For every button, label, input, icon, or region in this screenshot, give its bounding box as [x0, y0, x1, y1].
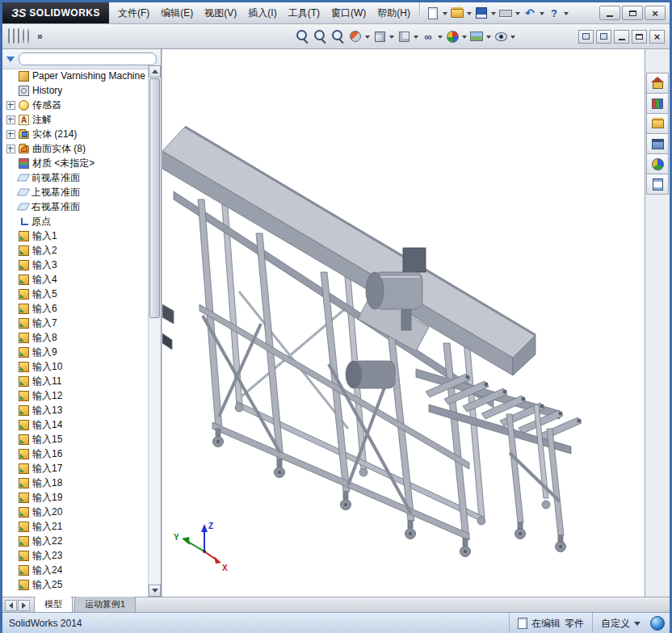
tree-item[interactable]: 输入2 — [2, 243, 149, 258]
filter-funnel-icon[interactable] — [6, 57, 15, 62]
tree-item[interactable]: 输入14 — [2, 417, 149, 432]
tree-item[interactable]: 曲面实体 (8) — [2, 141, 149, 156]
tree-item[interactable]: 输入23 — [2, 548, 149, 563]
view-settings-icon[interactable] — [493, 28, 509, 44]
tree-item[interactable]: 输入21 — [2, 519, 149, 534]
minimize-button[interactable] — [599, 6, 620, 20]
tree-item[interactable]: 输入12 — [2, 388, 149, 403]
new-document-icon[interactable] — [425, 5, 441, 21]
menu-item-6[interactable]: 窗口(W) — [326, 4, 372, 23]
menu-item-3[interactable]: 视图(V) — [199, 4, 242, 23]
addin-icon-2[interactable] — [13, 28, 15, 44]
tree-item[interactable]: 输入6 — [2, 301, 149, 316]
chevron-down-icon[interactable] — [490, 6, 497, 19]
hide-show-items-icon[interactable] — [420, 28, 436, 44]
tree-item[interactable]: 输入15 — [2, 432, 149, 446]
custom-properties-icon[interactable] — [646, 174, 669, 195]
tree-item[interactable]: 输入8 — [2, 330, 149, 345]
tree-item[interactable]: 原点 — [2, 214, 149, 228]
chevron-down-icon[interactable] — [364, 30, 371, 43]
section-view-icon[interactable] — [347, 28, 363, 44]
chevron-down-icon[interactable] — [466, 6, 472, 19]
tree-item[interactable]: 输入18 — [2, 476, 149, 490]
tree-item[interactable]: 输入13 — [2, 403, 149, 417]
zoom-in-out-icon[interactable] — [294, 28, 310, 44]
menu-item-2[interactable]: 编辑(E) — [155, 4, 199, 23]
display-style-icon[interactable] — [396, 28, 412, 44]
view-orientation-icon[interactable] — [372, 28, 388, 44]
menu-item-1[interactable]: 文件(F) — [112, 4, 155, 23]
tree-item[interactable]: 注解 — [2, 112, 149, 127]
chevron-down-icon[interactable] — [510, 30, 516, 43]
save-icon[interactable] — [473, 5, 489, 21]
tab-scroll-left-icon[interactable] — [5, 600, 17, 611]
doc-close-button[interactable] — [649, 30, 665, 44]
tree-item[interactable]: 上视基准面 — [2, 185, 149, 199]
apply-scene-icon[interactable] — [468, 28, 485, 44]
tree-item[interactable]: 输入9 — [2, 345, 149, 359]
tab-scroll-right-icon[interactable] — [18, 600, 30, 611]
menu-item-5[interactable]: 工具(T) — [283, 4, 326, 23]
addin-icon-5[interactable] — [27, 28, 29, 44]
tree-item[interactable]: 输入20 — [2, 505, 149, 519]
tree-item[interactable]: 输入24 — [2, 563, 149, 577]
addin-icon-4[interactable] — [23, 28, 24, 44]
appearances-scenes-icon[interactable] — [646, 153, 669, 174]
zoom-fit-icon[interactable] — [312, 28, 328, 44]
tree-item[interactable]: 传感器 — [2, 98, 149, 112]
chevron-down-icon[interactable] — [485, 30, 492, 43]
doc-restore-button[interactable] — [632, 30, 647, 44]
chevron-down-icon[interactable] — [461, 30, 468, 43]
tree-item[interactable]: 输入16 — [2, 446, 149, 461]
tab-motion-study-1[interactable]: 运动算例1 — [74, 596, 136, 612]
tree-item[interactable]: 输入4 — [2, 272, 149, 287]
chevron-down-icon[interactable] — [388, 30, 395, 43]
units-selector[interactable]: 自定义 — [592, 613, 649, 633]
addin-icon-1[interactable] — [8, 28, 10, 44]
close-button[interactable] — [645, 6, 666, 20]
addin-icon-3[interactable] — [18, 28, 19, 44]
tree-item[interactable]: 材质 <未指定> — [2, 156, 149, 170]
tree-item[interactable]: 实体 (214) — [2, 127, 149, 141]
undo-icon[interactable] — [522, 5, 538, 21]
tree-item[interactable]: 前视基准面 — [2, 170, 149, 185]
graphics-area[interactable]: Z Y X — [162, 49, 645, 597]
doc-minimize-button[interactable] — [614, 30, 629, 44]
chevron-down-icon[interactable] — [563, 6, 569, 19]
chevron-down-icon[interactable] — [539, 6, 545, 19]
file-explorer-icon[interactable] — [646, 113, 669, 134]
tree-item[interactable]: 输入22 — [2, 534, 149, 548]
expander-icon[interactable] — [6, 115, 15, 124]
zoom-area-icon[interactable] — [330, 28, 346, 44]
restore-button[interactable] — [622, 6, 643, 20]
edit-appearance-icon[interactable] — [444, 28, 460, 44]
tree-item[interactable]: 输入19 — [2, 490, 149, 505]
tab-model[interactable]: 模型 — [34, 596, 73, 612]
tree-scrollbar[interactable] — [148, 65, 161, 597]
expander-icon[interactable] — [6, 145, 15, 153]
chevron-down-icon[interactable] — [413, 30, 419, 43]
tree-item[interactable]: 输入25 — [2, 577, 149, 592]
expander-icon[interactable] — [6, 101, 15, 110]
scroll-down-icon[interactable] — [149, 585, 161, 597]
tree-item[interactable]: 输入7 — [2, 316, 149, 330]
solidworks-resources-icon[interactable] — [646, 73, 669, 94]
open-icon[interactable] — [449, 5, 465, 21]
chevron-down-icon[interactable] — [442, 6, 448, 19]
scrollbar-thumb[interactable] — [149, 78, 160, 318]
tree-item[interactable]: 输入17 — [2, 461, 149, 476]
tree-item[interactable]: 输入11 — [2, 374, 149, 388]
toolbar-overflow-chevron[interactable]: » — [37, 31, 43, 42]
help-globe-icon[interactable] — [650, 616, 665, 631]
menu-item-7[interactable]: 帮助(H) — [372, 4, 416, 23]
tree-item[interactable]: 输入5 — [2, 287, 149, 301]
menu-item-4[interactable]: 插入(I) — [242, 4, 282, 23]
panel-icon-1[interactable] — [578, 30, 594, 44]
print-icon[interactable] — [498, 5, 514, 21]
view-palette-icon[interactable] — [646, 133, 669, 154]
tree-item[interactable]: 输入10 — [2, 359, 149, 374]
expander-icon[interactable] — [6, 130, 15, 139]
design-library-icon[interactable] — [646, 93, 669, 114]
scroll-up-icon[interactable] — [149, 65, 161, 78]
tree-item[interactable]: 右视基准面 — [2, 199, 149, 214]
